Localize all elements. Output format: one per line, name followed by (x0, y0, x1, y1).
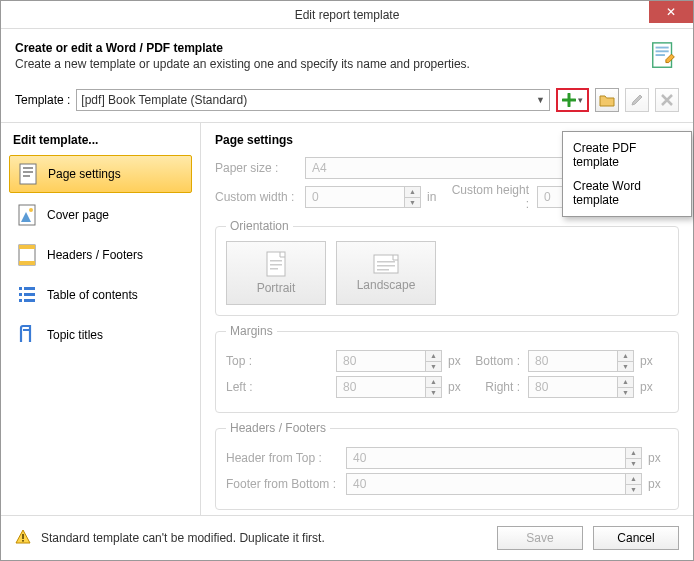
close-icon: ✕ (666, 5, 676, 19)
margin-top-input: 80 (336, 350, 426, 372)
landscape-button: Landscape (336, 241, 436, 305)
plus-icon (562, 93, 576, 107)
svg-rect-21 (270, 260, 282, 262)
titlebar: Edit report template ✕ (1, 1, 693, 29)
sidebar-title: Edit template... (13, 133, 192, 147)
spin-buttons: ▲▼ (626, 473, 642, 495)
svg-point-10 (29, 208, 33, 212)
orientation-group: Orientation Portrait Landscape (215, 219, 679, 316)
margin-bottom-input: 80 (528, 350, 618, 372)
cancel-button[interactable]: Cancel (593, 526, 679, 550)
svg-rect-22 (270, 264, 282, 266)
svg-rect-16 (19, 293, 22, 296)
template-select[interactable]: [pdf] Book Template (Standard) ▼ (76, 89, 550, 111)
spin-buttons: ▲▼ (405, 186, 421, 208)
footer-bar: Standard template can't be modified. Dup… (1, 515, 693, 560)
sidebar-item-topic-titles[interactable]: Topic titles (9, 317, 192, 353)
footer-from-bottom-input: 40 (346, 473, 626, 495)
svg-rect-6 (23, 171, 33, 173)
x-icon (661, 94, 673, 106)
svg-rect-7 (23, 175, 30, 177)
header-section: Create or edit a Word / PDF template Cre… (1, 29, 693, 84)
sidebar-item-toc[interactable]: Table of contents (9, 277, 192, 313)
template-label: Template : (15, 93, 70, 107)
template-select-value: [pdf] Book Template (Standard) (81, 93, 247, 107)
pencil-icon (630, 93, 644, 107)
margins-group: Margins Top : 80 ▲▼ px Bottom : 80 ▲▼ px… (215, 324, 679, 413)
template-row: Template : [pdf] Book Template (Standard… (1, 84, 693, 122)
spin-buttons: ▲▼ (618, 350, 634, 372)
headers-footers-group: Headers / Footers Header from Top : 40 ▲… (215, 421, 679, 510)
svg-rect-18 (19, 299, 22, 302)
sidebar: Edit template... Page settings Cover pag… (1, 123, 201, 515)
save-button: Save (497, 526, 583, 550)
svg-rect-15 (24, 287, 35, 290)
template-large-icon (649, 41, 679, 74)
sidebar-item-headers-footers[interactable]: Headers / Footers (9, 237, 192, 273)
unit-label: px (648, 451, 668, 465)
unit-label: px (648, 477, 668, 491)
unit-label: px (448, 354, 468, 368)
svg-rect-30 (22, 540, 24, 542)
close-button[interactable]: ✕ (649, 1, 693, 23)
portrait-icon (266, 251, 286, 277)
svg-rect-2 (656, 50, 669, 52)
margin-top-label: Top : (226, 354, 336, 368)
svg-rect-23 (270, 268, 278, 270)
unit-label: px (640, 380, 660, 394)
headers-footers-icon (17, 243, 37, 267)
sidebar-item-cover-page[interactable]: Cover page (9, 197, 192, 233)
svg-rect-3 (656, 54, 665, 56)
margin-bottom-label: Bottom : (468, 354, 528, 368)
warning-icon (15, 529, 31, 548)
margins-legend: Margins (226, 324, 277, 338)
spin-buttons: ▲▼ (618, 376, 634, 398)
svg-rect-12 (19, 245, 35, 249)
dialog-window: Edit report template ✕ Create or edit a … (0, 0, 694, 561)
svg-rect-27 (377, 269, 389, 271)
header-from-top-input: 40 (346, 447, 626, 469)
svg-rect-1 (656, 47, 669, 49)
spin-buttons: ▲▼ (426, 350, 442, 372)
margin-left-label: Left : (226, 380, 336, 394)
margin-left-input: 80 (336, 376, 426, 398)
cover-page-icon (17, 203, 37, 227)
topic-titles-icon (17, 323, 37, 347)
portrait-button: Portrait (226, 241, 326, 305)
header-title: Create or edit a Word / PDF template (15, 41, 470, 55)
svg-rect-29 (22, 534, 24, 539)
custom-width-input: 0 (305, 186, 405, 208)
spin-buttons: ▲▼ (426, 376, 442, 398)
header-from-top-label: Header from Top : (226, 451, 346, 465)
unit-label: px (448, 380, 468, 394)
svg-rect-14 (19, 287, 22, 290)
footer-message: Standard template can't be modified. Dup… (41, 531, 325, 545)
unit-label: in (427, 190, 447, 204)
svg-rect-26 (377, 265, 395, 267)
svg-rect-19 (24, 299, 35, 302)
hf-legend: Headers / Footers (226, 421, 330, 435)
delete-button[interactable] (655, 88, 679, 112)
chevron-down-icon: ▾ (578, 95, 583, 105)
margin-right-input: 80 (528, 376, 618, 398)
sidebar-item-label: Topic titles (47, 328, 103, 342)
edit-button[interactable] (625, 88, 649, 112)
page-settings-icon (18, 162, 38, 186)
open-folder-button[interactable] (595, 88, 619, 112)
svg-rect-25 (377, 261, 395, 263)
menu-item-create-pdf[interactable]: Create PDF template (563, 136, 691, 174)
footer-from-bottom-label: Footer from Bottom : (226, 477, 346, 491)
svg-rect-13 (19, 261, 35, 265)
unit-label: px (640, 354, 660, 368)
sidebar-item-label: Table of contents (47, 288, 138, 302)
sidebar-item-label: Page settings (48, 167, 121, 181)
orientation-legend: Orientation (226, 219, 293, 233)
menu-item-create-word[interactable]: Create Word template (563, 174, 691, 212)
sidebar-item-page-settings[interactable]: Page settings (9, 155, 192, 193)
sidebar-item-label: Headers / Footers (47, 248, 143, 262)
spin-buttons: ▲▼ (626, 447, 642, 469)
header-subtitle: Create a new template or update an exist… (15, 57, 470, 71)
new-template-button[interactable]: ▾ (556, 88, 589, 112)
margin-right-label: Right : (468, 380, 528, 394)
new-template-dropdown: Create PDF template Create Word template (562, 131, 692, 217)
